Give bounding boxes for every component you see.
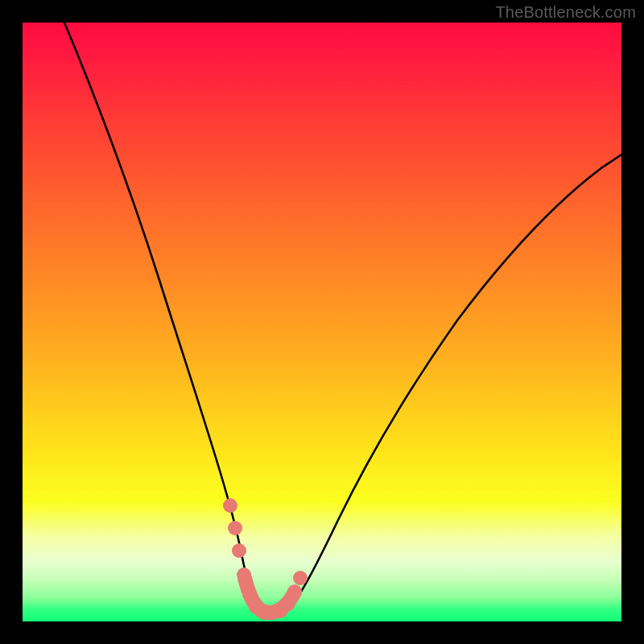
bottleneck-curve — [64, 23, 621, 613]
svg-point-11 — [293, 571, 308, 585]
svg-point-2 — [232, 543, 246, 558]
svg-point-1 — [228, 521, 242, 535]
svg-point-0 — [223, 498, 237, 513]
watermark-text: TheBottleneck.com — [495, 3, 636, 22]
plot-area — [23, 23, 621, 621]
curve-layer — [23, 23, 621, 621]
highlight-valley-stroke — [245, 578, 295, 613]
chart-frame: TheBottleneck.com — [0, 0, 644, 644]
